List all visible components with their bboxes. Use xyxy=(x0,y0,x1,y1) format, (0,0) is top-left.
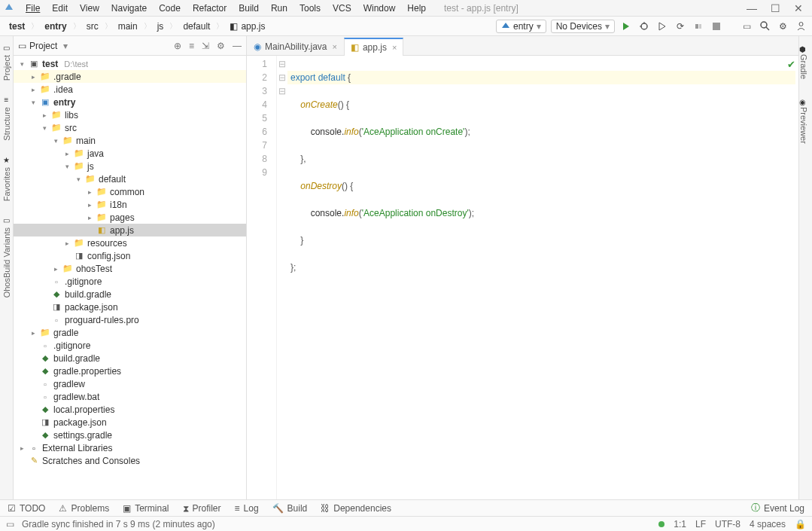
close-icon[interactable]: ✕ xyxy=(794,2,803,14)
run-icon[interactable] xyxy=(619,20,633,33)
menu-run[interactable]: Run xyxy=(265,2,293,15)
profiler-icon[interactable]: ⟳ xyxy=(674,20,687,33)
rail-favorites[interactable]: ★Favorites xyxy=(2,156,11,201)
line-number-gutter[interactable]: 123456789 xyxy=(247,56,277,499)
tree-node[interactable]: ▸📁java xyxy=(14,147,246,160)
expand-icon[interactable]: ≡ xyxy=(189,41,194,51)
tree-node[interactable]: ▫gradlew.bat xyxy=(14,390,246,403)
coverage-icon[interactable] xyxy=(655,20,669,33)
inspection-ok-icon[interactable]: ✔ xyxy=(787,59,795,70)
rail-gradle[interactable]: ⬢Gradle xyxy=(799,44,812,81)
tree-arrow-icon[interactable]: ▾ xyxy=(29,99,37,106)
tree-node[interactable]: ▾📁main xyxy=(14,134,246,147)
tree-node[interactable]: ▸📁.idea xyxy=(14,83,246,96)
stop-icon[interactable] xyxy=(710,20,723,33)
close-tab-icon[interactable]: × xyxy=(392,43,397,52)
tree-arrow-icon[interactable]: ▾ xyxy=(63,163,71,170)
avd-icon[interactable]: ▭ xyxy=(740,20,753,33)
code-content[interactable]: export default { onCreate() { console.in… xyxy=(287,56,798,499)
tree-node[interactable]: ▫.gitignore xyxy=(14,275,246,288)
crumb-5[interactable]: default xyxy=(178,20,214,33)
tree-arrow-icon[interactable]: ▸ xyxy=(86,201,93,209)
tree-node[interactable]: ▸▫External Libraries xyxy=(14,441,246,454)
menu-vcs[interactable]: VCS xyxy=(327,2,357,15)
tree-node[interactable]: ◨package.json xyxy=(14,301,246,313)
editor-body[interactable]: 123456789 ⊟⊟⊟ export default { onCreate(… xyxy=(247,56,798,499)
tree-node[interactable]: ◆settings.gradle xyxy=(14,429,246,441)
status-toggle-icon[interactable]: ▭ xyxy=(6,519,14,529)
tree-node[interactable]: ◧app.js xyxy=(14,224,246,237)
menu-tools[interactable]: Tools xyxy=(293,2,327,15)
tree-node[interactable]: ▾📁default xyxy=(14,172,246,185)
tree-node[interactable]: ▾📁src xyxy=(14,121,246,134)
debug-icon[interactable] xyxy=(637,20,651,33)
fold-gutter[interactable]: ⊟⊟⊟ xyxy=(277,56,287,499)
tree-arrow-icon[interactable]: ▸ xyxy=(63,240,71,247)
status-indicator-icon[interactable] xyxy=(658,521,665,527)
profiler-tool[interactable]: ⧗Profiler xyxy=(183,503,221,514)
tab-appjs[interactable]: ◧ app.js × xyxy=(344,38,403,56)
tree-node[interactable]: ▸📁.gradle xyxy=(14,70,246,83)
rail-structure[interactable]: ≡Structure xyxy=(2,96,11,141)
problems-tool[interactable]: ⚠Problems xyxy=(59,503,109,514)
tree-arrow-icon[interactable]: ▸ xyxy=(86,214,93,221)
line-ending[interactable]: LF xyxy=(695,519,706,529)
tree-node[interactable]: ◆gradle.properties xyxy=(14,365,246,377)
tree-node[interactable]: ▾▣testD:\test xyxy=(14,57,246,70)
tree-node[interactable]: ▸📁common xyxy=(14,185,246,198)
device-dropdown[interactable]: No Devices▾ xyxy=(551,20,615,33)
project-tree[interactable]: ▾▣testD:\test▸📁.gradle▸📁.idea▾▣entry▸📁li… xyxy=(14,56,246,499)
tree-node[interactable]: ▸📁resources xyxy=(14,237,246,249)
tree-arrow-icon[interactable]: ▸ xyxy=(29,73,37,81)
menu-window[interactable]: Window xyxy=(357,2,402,15)
tree-node[interactable]: ◆build.gradle xyxy=(14,352,246,365)
todo-tool[interactable]: ☑TODO xyxy=(8,503,45,514)
tree-arrow-icon[interactable]: ▸ xyxy=(29,86,37,93)
tree-node[interactable]: ◨config.json xyxy=(14,249,246,262)
tree-node[interactable]: ▸📁ohosTest xyxy=(14,262,246,275)
event-log-tool[interactable]: ⓘEvent Log xyxy=(751,502,804,514)
crumb-6[interactable]: ◧app.js xyxy=(225,20,269,33)
menu-file[interactable]: File xyxy=(20,2,46,15)
menu-edit[interactable]: Edit xyxy=(46,2,74,15)
project-view-dropdown[interactable]: ▭ Project ▾ xyxy=(18,41,68,51)
crumb-2[interactable]: src xyxy=(82,20,103,33)
tree-node[interactable]: ◆build.gradle xyxy=(14,288,246,301)
tree-arrow-icon[interactable]: ▸ xyxy=(41,111,48,119)
tree-arrow-icon[interactable]: ▸ xyxy=(18,444,26,452)
attach-icon[interactable] xyxy=(692,20,705,33)
menu-build[interactable]: Build xyxy=(233,2,265,15)
menu-refactor[interactable]: Refactor xyxy=(187,2,233,15)
tree-node[interactable]: ◨package.json xyxy=(14,416,246,429)
tree-arrow-icon[interactable]: ▸ xyxy=(29,329,37,337)
tree-arrow-icon[interactable]: ▾ xyxy=(18,60,26,68)
tree-arrow-icon[interactable]: ▸ xyxy=(86,188,93,196)
tab-mainability[interactable]: ◉ MainAbility.java × xyxy=(247,37,344,55)
dependencies-tool[interactable]: ⛓Dependencies xyxy=(321,503,391,514)
menu-view[interactable]: View xyxy=(74,2,105,15)
collapse-icon[interactable]: ⇲ xyxy=(202,41,209,51)
tree-arrow-icon[interactable]: ▾ xyxy=(41,124,48,132)
tree-node[interactable]: ▾📁js xyxy=(14,160,246,172)
tree-node[interactable]: ▸📁libs xyxy=(14,108,246,121)
maximize-icon[interactable]: ☐ xyxy=(771,2,780,14)
tree-node[interactable]: ▾▣entry xyxy=(14,96,246,108)
crumb-4[interactable]: js xyxy=(153,20,169,33)
menu-navigate[interactable]: Navigate xyxy=(105,2,153,15)
tree-arrow-icon[interactable]: ▸ xyxy=(52,265,59,273)
tree-node[interactable]: ▸📁i18n xyxy=(14,198,246,211)
tree-arrow-icon[interactable]: ▾ xyxy=(52,137,59,145)
gear-icon[interactable]: ⚙ xyxy=(217,41,225,51)
tree-arrow-icon[interactable]: ▸ xyxy=(63,150,71,157)
tree-node[interactable]: ▸📁gradle xyxy=(14,326,246,339)
settings-icon[interactable]: ⚙ xyxy=(776,20,789,33)
hide-icon[interactable]: — xyxy=(233,41,242,51)
tree-node[interactable]: ✎Scratches and Consoles xyxy=(14,454,246,467)
crumb-0[interactable]: test xyxy=(5,20,29,33)
rail-previewer[interactable]: ◉Previewer xyxy=(799,96,812,146)
rail-project[interactable]: ▭Project xyxy=(2,44,11,81)
terminal-tool[interactable]: ▣Terminal xyxy=(123,503,169,514)
close-tab-icon[interactable]: × xyxy=(332,42,336,51)
log-tool[interactable]: ≡Log xyxy=(235,503,259,514)
rail-build-variants[interactable]: ▭OhosBuild Variants xyxy=(2,216,11,298)
